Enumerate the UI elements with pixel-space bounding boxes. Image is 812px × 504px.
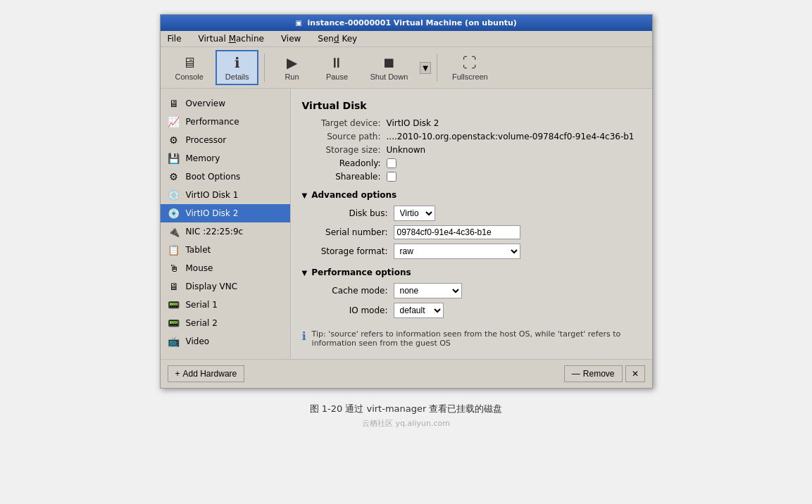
remove-icon: — bbox=[572, 369, 580, 379]
serial-number-input[interactable] bbox=[394, 225, 520, 239]
sidebar-item-processor[interactable]: ⚙ Processor bbox=[161, 131, 290, 149]
pause-icon: ⏸ bbox=[330, 55, 344, 71]
sidebar-item-video[interactable]: 📺 Video bbox=[161, 332, 290, 351]
storage-format-select[interactable]: raw qcow2 vmdk bbox=[394, 244, 520, 259]
info-icon: ℹ bbox=[302, 329, 306, 343]
shutdown-button[interactable]: ⏹ Shut Down bbox=[361, 51, 417, 84]
add-hardware-icon: + bbox=[175, 369, 180, 379]
menu-view[interactable]: View bbox=[278, 32, 304, 45]
sidebar-item-label: Video bbox=[186, 336, 210, 346]
sidebar-item-label: Performance bbox=[186, 117, 239, 127]
sidebar-item-mouse[interactable]: 🖱 Mouse bbox=[161, 259, 290, 277]
toolbar: 🖥 Console ℹ Details ▶ Run ⏸ Pause ⏹ Shut… bbox=[161, 47, 652, 89]
performance-options-header[interactable]: ▼ Performance options bbox=[302, 267, 641, 277]
disk-bus-select[interactable]: Virtio IDE SCSI USB bbox=[394, 206, 435, 221]
tip-text: Tip: 'source' refers to information seen… bbox=[312, 329, 641, 348]
sidebar-item-tablet[interactable]: 📋 Tablet bbox=[161, 241, 290, 259]
caption: 图 1-20 通过 virt-manager 查看已挂载的磁盘 云栖社区 yq.… bbox=[310, 403, 503, 429]
storage-format-row: Storage format: raw qcow2 vmdk bbox=[302, 244, 641, 259]
sidebar-item-label: Display VNC bbox=[186, 282, 238, 291]
readonly-label: Readonly: bbox=[302, 158, 387, 168]
sidebar-item-label: Serial 2 bbox=[186, 318, 218, 328]
sidebar-item-overview[interactable]: 🖥 Overview bbox=[161, 94, 290, 113]
watermark-text: 云栖社区 yq.aliyun.com bbox=[310, 418, 503, 429]
window-title: instance-00000001 Virtual Machine (on ub… bbox=[308, 18, 517, 27]
sidebar-item-nic[interactable]: 🔌 NIC :22:25:9c bbox=[161, 222, 290, 241]
sidebar-item-label: VirtIO Disk 1 bbox=[186, 190, 239, 200]
overview-icon: 🖥 bbox=[168, 97, 180, 110]
details-label: Details bbox=[225, 73, 249, 81]
cache-mode-select[interactable]: none default writethrough writeback bbox=[394, 283, 462, 298]
readonly-row: Readonly: bbox=[302, 158, 641, 168]
target-device-value: VirtIO Disk 2 bbox=[387, 118, 439, 128]
serial-number-label: Serial number: bbox=[302, 227, 394, 237]
shutdown-icon: ⏹ bbox=[382, 55, 396, 71]
display-vnc-icon: 🖥 bbox=[168, 280, 180, 293]
performance-options-label: Performance options bbox=[311, 267, 411, 277]
sidebar-item-virtio-disk-1[interactable]: 💿 VirtIO Disk 1 bbox=[161, 186, 290, 204]
storage-size-row: Storage size: Unknown bbox=[302, 145, 641, 155]
shutdown-dropdown-arrow[interactable]: ▼ bbox=[420, 62, 431, 74]
run-label: Run bbox=[285, 73, 299, 81]
sidebar-item-boot-options[interactable]: ⚙ Boot Options bbox=[161, 168, 290, 186]
cache-mode-label: Cache mode: bbox=[302, 286, 394, 296]
advanced-options-label: Advanced options bbox=[311, 190, 396, 200]
serial1-icon: 📟 bbox=[168, 298, 180, 311]
io-mode-select[interactable]: default native threads bbox=[394, 303, 444, 318]
menu-file[interactable]: File bbox=[165, 32, 185, 45]
io-mode-row: IO mode: default native threads bbox=[302, 303, 641, 318]
storage-format-label: Storage format: bbox=[302, 246, 394, 256]
pause-button[interactable]: ⏸ Pause bbox=[316, 51, 358, 84]
storage-size-label: Storage size: bbox=[302, 145, 387, 155]
sidebar-item-label: Boot Options bbox=[186, 172, 241, 182]
console-button[interactable]: 🖥 Console bbox=[166, 51, 213, 84]
source-path-row: Source path: ....2010-10.org.openstack:v… bbox=[302, 132, 641, 141]
serial-number-row: Serial number: bbox=[302, 225, 641, 239]
run-icon: ▶ bbox=[287, 54, 297, 71]
vm-window: ▣ instance-00000001 Virtual Machine (on … bbox=[160, 14, 653, 389]
mouse-icon: 🖱 bbox=[168, 262, 180, 275]
advanced-options-triangle: ▼ bbox=[302, 191, 308, 199]
shareable-checkbox[interactable] bbox=[387, 172, 396, 182]
cache-mode-row: Cache mode: none default writethrough wr… bbox=[302, 283, 641, 298]
sidebar-item-display-vnc[interactable]: 🖥 Display VNC bbox=[161, 277, 290, 296]
add-hardware-label: Add Hardware bbox=[183, 369, 237, 379]
details-icon: ℹ bbox=[235, 54, 240, 71]
source-path-value: ....2010-10.org.openstack:volume-09784cf… bbox=[387, 132, 635, 141]
sidebar-item-memory[interactable]: 💾 Memory bbox=[161, 149, 290, 168]
bottom-bar: + Add Hardware — Remove ✕ bbox=[161, 359, 652, 388]
shareable-row: Shareable: bbox=[302, 172, 641, 182]
sidebar-item-label: Memory bbox=[186, 153, 220, 163]
caption-text: 图 1-20 通过 virt-manager 查看已挂载的磁盘 bbox=[310, 403, 503, 415]
sidebar-item-performance[interactable]: 📈 Performance bbox=[161, 113, 290, 131]
source-path-label: Source path: bbox=[302, 132, 387, 141]
remove-label: Remove bbox=[583, 369, 615, 379]
tablet-icon: 📋 bbox=[168, 244, 180, 256]
console-label: Console bbox=[175, 73, 204, 81]
remove-button[interactable]: — Remove bbox=[564, 365, 623, 382]
sidebar-item-label: VirtIO Disk 2 bbox=[186, 208, 239, 218]
shareable-label: Shareable: bbox=[302, 172, 387, 182]
sidebar-item-virtio-disk-2[interactable]: 💿 VirtIO Disk 2 bbox=[161, 204, 290, 222]
menu-send-key[interactable]: Send Key bbox=[315, 32, 360, 45]
io-mode-label: IO mode: bbox=[302, 305, 394, 315]
details-button[interactable]: ℹ Details bbox=[216, 50, 259, 85]
console-icon: 🖥 bbox=[182, 55, 196, 71]
run-button[interactable]: ▶ Run bbox=[270, 51, 313, 84]
toolbar-separator bbox=[264, 53, 265, 82]
main-panel: Virtual Disk Target device: VirtIO Disk … bbox=[291, 89, 652, 359]
processor-icon: ⚙ bbox=[168, 134, 180, 146]
sidebar-item-serial-2[interactable]: 📟 Serial 2 bbox=[161, 314, 290, 332]
target-device-label: Target device: bbox=[302, 118, 387, 128]
menu-virtual-machine[interactable]: Virtual Machine bbox=[196, 32, 267, 45]
fullscreen-button[interactable]: ⛶ Fullscreen bbox=[443, 51, 497, 84]
sidebar-item-label: Tablet bbox=[186, 245, 211, 255]
advanced-options-header[interactable]: ▼ Advanced options bbox=[302, 190, 641, 200]
add-hardware-button[interactable]: + Add Hardware bbox=[168, 365, 245, 382]
memory-icon: 💾 bbox=[168, 152, 180, 165]
close-button[interactable]: ✕ bbox=[625, 365, 645, 382]
readonly-checkbox[interactable] bbox=[387, 158, 396, 168]
shutdown-label: Shut Down bbox=[370, 73, 408, 81]
sidebar-item-serial-1[interactable]: 📟 Serial 1 bbox=[161, 296, 290, 314]
serial2-icon: 📟 bbox=[168, 317, 180, 329]
